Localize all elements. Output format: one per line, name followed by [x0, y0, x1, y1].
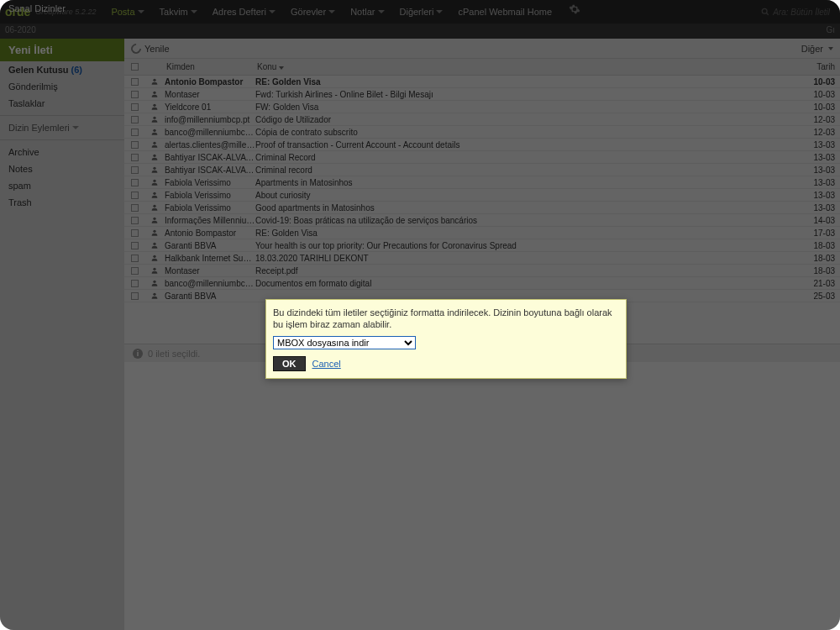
ok-button[interactable]: OK	[273, 356, 306, 371]
modal-buttons: OK Cancel	[273, 356, 619, 371]
app-frame: orde Groupware 5.2.22 Posta Takvim Adres…	[0, 0, 840, 630]
download-modal: Bu dizindeki tüm iletiler seçtiğiniz for…	[265, 299, 627, 379]
modal-message: Bu dizindeki tüm iletiler seçtiğiniz for…	[273, 307, 619, 331]
format-select[interactable]: MBOX dosyasına indir	[273, 336, 416, 349]
cancel-link[interactable]: Cancel	[312, 359, 341, 369]
